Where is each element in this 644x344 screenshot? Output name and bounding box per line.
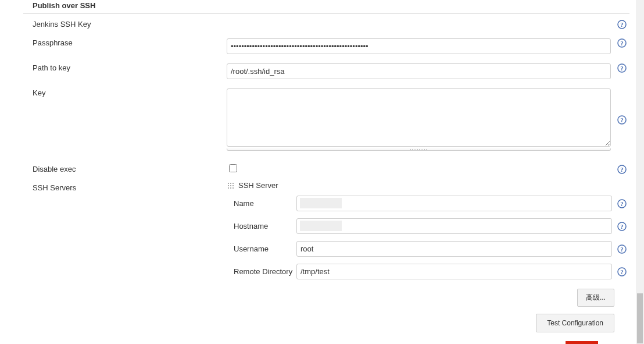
server-name-label: Name (0, 199, 296, 208)
advanced-button[interactable]: 高级... (577, 289, 614, 307)
jenkins-ssh-key-label: Jenkins SSH Key (0, 17, 227, 29)
server-remote-dir-label: Remote Directory (0, 267, 296, 276)
test-configuration-button[interactable]: Test Configuration (536, 314, 614, 332)
help-icon[interactable]: ? (617, 20, 627, 29)
drag-handle-icon[interactable] (227, 182, 235, 190)
svg-text:?: ? (620, 268, 624, 275)
key-label: Key (0, 86, 227, 97)
bottom-red-bar (566, 341, 598, 344)
svg-text:?: ? (620, 166, 624, 173)
disable-exec-label: Disable exec (0, 162, 227, 173)
svg-text:?: ? (620, 40, 624, 47)
help-icon[interactable]: ? (617, 115, 627, 125)
section-title: Publish over SSH (0, 0, 629, 13)
svg-text:?: ? (620, 200, 624, 207)
server-remote-dir-input[interactable] (296, 264, 612, 279)
ssh-server-heading: SSH Server (238, 181, 278, 190)
passphrase-label: Passphrase (0, 36, 227, 47)
scrollbar-thumb[interactable] (637, 293, 643, 343)
svg-text:?: ? (620, 21, 624, 28)
key-textarea[interactable] (227, 88, 611, 147)
server-hostname-input[interactable] (296, 218, 612, 234)
disable-exec-checkbox[interactable] (229, 164, 237, 172)
server-hostname-label: Hostname (0, 222, 296, 230)
svg-text:?: ? (620, 246, 624, 253)
help-icon[interactable]: ? (617, 222, 627, 231)
help-icon[interactable]: ? (617, 63, 627, 73)
svg-text:?: ? (620, 116, 624, 123)
svg-text:?: ? (620, 65, 624, 72)
server-username-label: Username (0, 244, 296, 253)
path-to-key-input[interactable] (227, 63, 611, 79)
help-icon[interactable]: ? (617, 199, 627, 208)
path-to-key-label: Path to key (0, 61, 227, 72)
ssh-servers-label: SSH Servers (0, 181, 227, 192)
resize-handle[interactable] (227, 148, 611, 151)
passphrase-input[interactable] (227, 38, 611, 54)
svg-text:?: ? (620, 223, 624, 230)
help-icon[interactable]: ? (617, 38, 627, 48)
server-username-input[interactable] (296, 241, 612, 257)
help-icon[interactable]: ? (617, 267, 627, 276)
server-name-input[interactable] (296, 196, 612, 211)
help-icon[interactable]: ? (617, 165, 627, 174)
help-icon[interactable]: ? (617, 244, 627, 254)
scrollbar-track[interactable] (636, 0, 644, 344)
